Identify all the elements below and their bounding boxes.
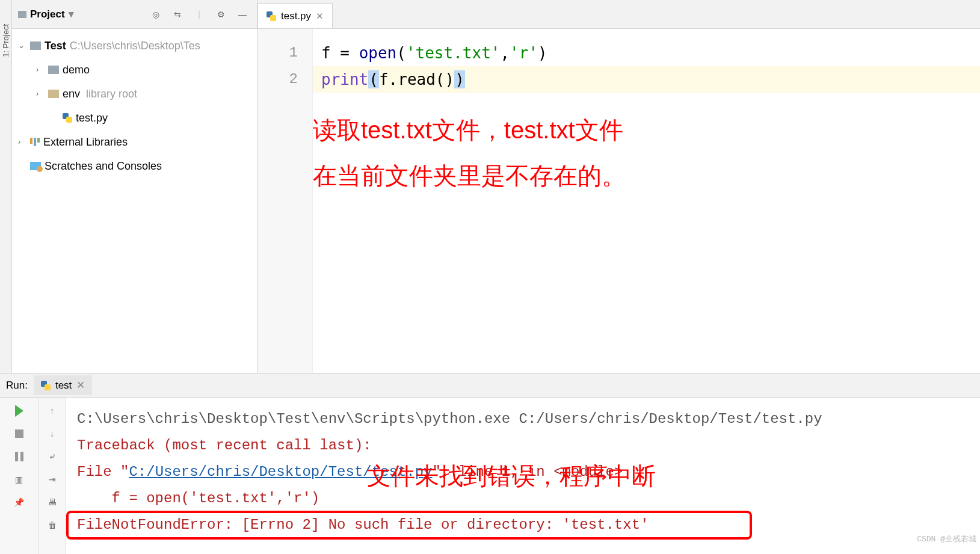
item-hint: library root (86, 83, 137, 105)
layout-button[interactable]: ▥ (12, 472, 26, 487)
watermark: CSDN @全栈若城 (917, 526, 976, 553)
line-number: 2 (257, 66, 298, 93)
print-button[interactable]: 🖶 (45, 495, 60, 509)
run-toolbar-left: ▥ 📌 (0, 398, 39, 554)
divider-icon: | (191, 6, 208, 23)
code-area[interactable]: f = open('test.txt','r') print(f.read())… (313, 29, 980, 373)
python-file-icon (63, 113, 72, 123)
project-header: Project ▾ ◎ ⇆ | ⚙ — (12, 0, 257, 29)
trash-button[interactable]: 🗑 (45, 518, 60, 532)
wrap-button[interactable]: ⤶ (45, 449, 60, 464)
line-gutter: 1 2 (257, 29, 313, 373)
python-file-icon (267, 11, 276, 21)
folder-icon (48, 90, 59, 98)
scroll-button[interactable]: ⇥ (45, 472, 60, 487)
project-panel: Project ▾ ◎ ⇆ | ⚙ — ⌄ Test C:\Users\chri… (12, 0, 257, 373)
root-path: C:\Users\chris\Desktop\Tes (70, 35, 200, 57)
editor-body[interactable]: 1 2 f = open('test.txt','r') print(f.rea… (257, 29, 980, 373)
error-line: FileNotFoundError: [Errno 2] No such fil… (77, 512, 969, 538)
tree-item-demo[interactable]: › demo (14, 58, 257, 82)
up-button[interactable]: ↑ (45, 404, 60, 418)
run-toolbar-right: ↑ ↓ ⤶ ⇥ 🖶 🗑 (39, 398, 66, 554)
tree-item-scratches[interactable]: Scratches and Consoles (14, 154, 257, 178)
code-line-1[interactable]: f = open('test.txt','r') (321, 40, 972, 66)
run-header: Run: test ✕ (0, 374, 980, 398)
chevron-right-icon[interactable]: › (36, 86, 45, 102)
close-icon[interactable]: ✕ (76, 379, 85, 392)
stop-button[interactable] (12, 426, 26, 441)
item-label: External Libraries (43, 131, 128, 153)
close-icon[interactable]: ✕ (316, 11, 324, 22)
project-title: Project (30, 8, 65, 20)
chevron-right-icon[interactable]: › (36, 62, 45, 78)
rerun-button[interactable] (12, 404, 26, 418)
tree-item-env[interactable]: › env library root (14, 82, 257, 106)
run-panel: Run: test ✕ ▥ 📌 ↑ ↓ ⤶ ⇥ 🖶 🗑 C:\Users\chr… (0, 373, 980, 554)
library-icon (30, 138, 40, 146)
root-name: Test (45, 35, 66, 57)
console-output[interactable]: C:\Users\chris\Desktop\Test\env\Scripts\… (66, 398, 980, 554)
run-tab-label: test (55, 380, 72, 392)
item-label: demo (63, 59, 90, 81)
code-line-2[interactable]: print(f.read()) (321, 66, 972, 93)
item-label: env (63, 83, 80, 105)
tree-root[interactable]: ⌄ Test C:\Users\chris\Desktop\Tes (14, 34, 257, 58)
project-tool-tab[interactable]: 1: Project (1, 24, 10, 57)
run-tab[interactable]: test ✕ (34, 375, 92, 395)
line-number: 1 (257, 40, 298, 66)
annotation-text: 在当前文件夹里是不存在的。 (313, 153, 626, 199)
folder-icon (30, 42, 41, 50)
project-icon (18, 11, 26, 18)
expand-all-icon[interactable]: ⇆ (169, 6, 186, 23)
chevron-down-icon: ▾ (69, 8, 74, 20)
pause-button[interactable] (12, 449, 26, 464)
folder-icon (48, 66, 59, 74)
locate-icon[interactable]: ◎ (147, 6, 164, 23)
hide-icon[interactable]: — (234, 6, 251, 23)
run-label: Run: (6, 380, 28, 392)
error-annotation: 文件未找到错误，程序中断 (367, 463, 656, 489)
python-file-icon (41, 381, 51, 390)
chevron-right-icon[interactable]: › (18, 134, 26, 150)
tree-item-ext-libs[interactable]: › External Libraries (14, 130, 257, 154)
traceback-head: Traceback (most recent call last): (77, 432, 969, 459)
tab-label: test.py (281, 10, 311, 22)
item-label: Scratches and Consoles (45, 155, 162, 177)
scratches-icon (30, 162, 41, 170)
command-line: C:\Users\chris\Desktop\Test\env\Scripts\… (77, 406, 969, 432)
project-selector[interactable]: Project ▾ (18, 8, 74, 20)
traceback-source: f = open('test.txt','r') (77, 485, 969, 512)
project-tree[interactable]: ⌄ Test C:\Users\chris\Desktop\Tes › demo… (12, 29, 257, 183)
down-button[interactable]: ↓ (45, 426, 60, 441)
pin-button[interactable]: 📌 (12, 495, 26, 509)
chevron-down-icon[interactable]: ⌄ (18, 38, 26, 54)
gear-icon[interactable]: ⚙ (212, 6, 229, 23)
editor-area: test.py ✕ 1 2 f = open('test.txt','r') p… (257, 0, 980, 373)
tool-window-bar[interactable]: 1: Project (0, 0, 12, 373)
editor-tab[interactable]: test.py ✕ (257, 3, 333, 28)
item-label: test.py (76, 107, 108, 129)
editor-tab-bar: test.py ✕ (257, 0, 980, 29)
annotation-text: 读取test.txt文件，test.txt文件 (313, 107, 626, 153)
tree-item-testpy[interactable]: test.py (14, 106, 257, 130)
annotation-overlay: 读取test.txt文件，test.txt文件 在当前文件夹里是不存在的。 (313, 107, 626, 199)
